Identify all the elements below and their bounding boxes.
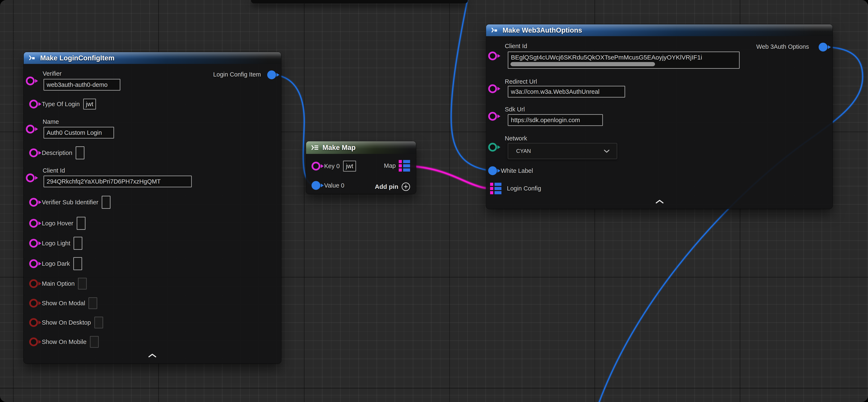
show-on-desktop-label: Show On Desktop: [42, 319, 91, 326]
logo-hover-row: Logo Hover: [29, 218, 86, 229]
show-on-mobile-label: Show On Mobile: [42, 339, 87, 345]
value-0-row: Value 0: [312, 179, 344, 191]
login-config-item-output-label: Login Config Item: [213, 71, 261, 78]
network-selected-value: CYAN: [516, 148, 531, 154]
node-header[interactable]: Make LoginConfigItem: [24, 52, 281, 64]
logo-light-label: Logo Light: [42, 240, 70, 247]
logo-light-pin[interactable]: [29, 239, 38, 248]
show-on-desktop-checkbox[interactable]: [94, 317, 103, 328]
description-input[interactable]: [75, 146, 85, 160]
sdk-url-label: Sdk Url: [505, 106, 525, 113]
main-option-label: Main Option: [42, 280, 74, 287]
show-on-modal-pin[interactable]: [29, 299, 38, 308]
map-output-pin[interactable]: [399, 160, 410, 172]
show-on-desktop-row: Show On Desktop: [29, 317, 103, 328]
logo-hover-label: Logo Hover: [42, 220, 73, 227]
main-option-pin[interactable]: [29, 279, 38, 288]
web3auth-options-output-pin[interactable]: [818, 43, 828, 52]
white-label-row: White Label: [488, 165, 533, 177]
login-config-row: Login Config: [490, 182, 541, 194]
network-pin[interactable]: [488, 143, 497, 151]
node-header[interactable]: Make Map: [306, 141, 416, 154]
node-title: Make Map: [322, 144, 355, 151]
type-of-login-pin[interactable]: [29, 100, 38, 109]
verifier-sub-identifier-row: Verifier Sub Identifier: [29, 196, 111, 208]
client-id-pin[interactable]: [26, 173, 35, 182]
client-id-input[interactable]: 294QRkchfq2YaXUbPri7D6PH7xzHgQMT: [43, 176, 192, 187]
key-0-pin[interactable]: [312, 162, 320, 171]
logo-dark-pin[interactable]: [29, 259, 38, 268]
redirect-url-pin[interactable]: [488, 84, 497, 93]
network-label: Network: [505, 135, 527, 142]
verifier-pin[interactable]: [26, 77, 35, 85]
description-pin[interactable]: [29, 148, 38, 157]
verifier-sub-identifier-label: Verifier Sub Identifier: [42, 199, 98, 206]
logo-light-row: Logo Light: [29, 237, 82, 249]
client-id-label: Client Id: [43, 167, 65, 174]
white-label-pin[interactable]: [488, 166, 497, 175]
type-of-login-row: Type Of Login jwt: [29, 98, 96, 110]
main-option-row: Main Option: [29, 278, 87, 289]
show-on-mobile-row: Show On Mobile: [29, 336, 99, 348]
make-struct-icon: [28, 54, 37, 62]
chevron-down-icon: [604, 149, 610, 153]
verifier-sub-identifier-pin[interactable]: [29, 198, 38, 207]
logo-light-input[interactable]: [73, 237, 82, 250]
node-make-loginconfigitem[interactable]: Make LoginConfigItem Verifier web3auth-a…: [24, 52, 281, 364]
make-struct-icon: [490, 27, 499, 34]
client-id-input[interactable]: BEglQSgt4cUWcj6SKRdu5QkOXTsePmMcusG5EAoy…: [508, 52, 740, 69]
add-pin-label: Add pin: [375, 183, 398, 190]
show-on-desktop-pin[interactable]: [29, 318, 38, 327]
main-option-checkbox[interactable]: [78, 278, 87, 289]
node-make-map[interactable]: Make Map Key 0 jwt Map Value 0 Add pin: [306, 141, 416, 194]
client-id-scrollbar[interactable]: [510, 62, 655, 66]
description-row: Description: [29, 147, 85, 159]
show-on-mobile-pin[interactable]: [29, 338, 38, 346]
login-config-label: Login Config: [507, 185, 541, 192]
show-on-modal-row: Show On Modal: [29, 297, 97, 309]
show-on-mobile-checkbox[interactable]: [90, 336, 99, 348]
name-label: Name: [43, 118, 59, 125]
blueprint-canvas[interactable]: Make LoginConfigItem Verifier web3auth-a…: [0, 0, 868, 402]
white-label-label: White Label: [501, 167, 533, 174]
add-pin-button[interactable]: Add pin: [375, 182, 410, 191]
login-config-item-output-pin[interactable]: [267, 70, 276, 79]
wire-top-to-whitelabel-glow: [451, 0, 492, 171]
description-label: Description: [42, 149, 72, 156]
wire-top-to-whitelabel[interactable]: [451, 0, 492, 171]
collapse-chevron-icon[interactable]: [148, 353, 156, 358]
logo-hover-input[interactable]: [77, 217, 86, 230]
client-id-pin[interactable]: [488, 52, 497, 60]
show-on-modal-label: Show On Modal: [42, 300, 85, 307]
node-title: Make LoginConfigItem: [40, 54, 115, 62]
value-0-label: Value 0: [324, 182, 344, 189]
redirect-url-input[interactable]: w3a://com.w3a.Web3AuthUnreal: [508, 86, 625, 97]
sdk-url-pin[interactable]: [488, 112, 497, 121]
node-title: Make Web3AuthOptions: [502, 26, 582, 34]
verifier-sub-identifier-input[interactable]: [102, 196, 111, 209]
logo-hover-pin[interactable]: [29, 219, 38, 228]
value-0-pin[interactable]: [312, 181, 320, 190]
web3auth-options-output-label: Web 3Auth Options: [756, 43, 809, 50]
logo-dark-label: Logo Dark: [42, 260, 70, 267]
network-dropdown[interactable]: CYAN: [508, 143, 617, 159]
show-on-modal-checkbox[interactable]: [88, 297, 97, 309]
name-pin[interactable]: [26, 125, 35, 134]
collapse-chevron-icon[interactable]: [655, 199, 664, 204]
node-header[interactable]: Make Web3AuthOptions: [486, 24, 833, 36]
add-pin-plus-icon: [402, 182, 410, 191]
key-0-input[interactable]: jwt: [343, 161, 356, 172]
type-of-login-input[interactable]: jwt: [83, 98, 96, 110]
logo-dark-row: Logo Dark: [29, 258, 82, 269]
sdk-url-input[interactable]: https://sdk.openlogin.com: [508, 114, 603, 126]
logo-dark-input[interactable]: [73, 257, 82, 270]
node-make-web3authoptions[interactable]: Make Web3AuthOptions Client Id BEglQSgt4…: [486, 24, 833, 209]
client-id-label: Client Id: [505, 43, 527, 50]
key-0-row: Key 0 jwt: [312, 160, 356, 172]
login-config-pin[interactable]: [490, 183, 501, 194]
verifier-input[interactable]: web3auth-auth0-demo: [43, 79, 120, 91]
redirect-url-label: Redirect Url: [505, 78, 537, 85]
name-input[interactable]: Auth0 Custom Login: [43, 127, 114, 139]
type-of-login-label: Type Of Login: [42, 101, 80, 108]
make-map-icon: [310, 144, 319, 151]
